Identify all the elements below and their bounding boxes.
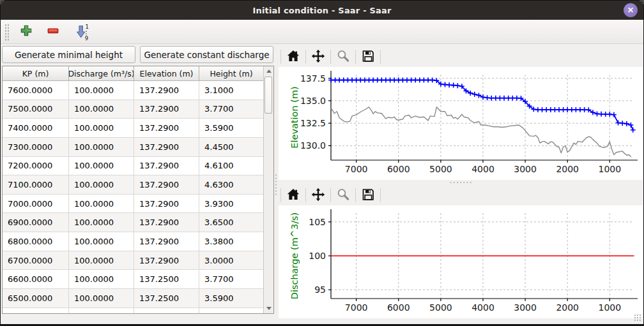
table-cell[interactable]: 3.5900 <box>199 289 263 307</box>
y-tick-label: 130.0 <box>300 140 326 151</box>
table-cell[interactable]: 137.2900 <box>134 81 199 100</box>
table-cell[interactable]: 3.9300 <box>199 195 263 213</box>
table-row[interactable]: 7200.0000100.0000137.29004.6100 <box>3 157 263 176</box>
table-cell[interactable]: 100.0000 <box>69 138 134 156</box>
add-row-button[interactable] <box>18 22 34 41</box>
table-scrollbar[interactable] <box>263 66 273 313</box>
zoom-rect-button[interactable] <box>333 48 353 66</box>
table-cell[interactable]: 4.4500 <box>199 138 263 156</box>
series-bed-elevation <box>331 107 631 157</box>
table-cell[interactable] <box>134 308 199 313</box>
charts-splitter[interactable] <box>279 180 643 185</box>
table-cell[interactable]: 6500.0000 <box>3 289 69 307</box>
save-button[interactable] <box>358 186 378 204</box>
scrollbar-down-button[interactable] <box>264 304 273 313</box>
table-cell[interactable]: 6800.0000 <box>3 232 69 251</box>
table-row[interactable]: 6600.0000100.0000137.25003.7700 <box>3 270 263 289</box>
table-cell[interactable]: 137.2500 <box>134 270 199 288</box>
window-resize-grip[interactable] <box>634 314 641 322</box>
sort-rows-button[interactable]: 1 9 <box>72 22 91 41</box>
titlebar[interactable]: Initial condition - Saar - Saar ✕ <box>1 1 643 20</box>
table-cell[interactable]: 6600.0000 <box>3 270 69 288</box>
save-button[interactable] <box>358 48 378 66</box>
table-cell[interactable]: 137.2900 <box>134 119 199 137</box>
table-cell[interactable]: 7500.0000 <box>3 100 69 119</box>
table-cell[interactable]: 6700.0000 <box>3 251 69 270</box>
scrollbar-thumb[interactable] <box>264 77 272 114</box>
pan-button[interactable] <box>308 186 328 204</box>
table-cell[interactable]: 6900.0000 <box>3 213 69 232</box>
table-cell[interactable]: 7600.0000 <box>3 81 69 100</box>
table-cell[interactable]: 3.7700 <box>199 270 263 288</box>
table-row[interactable]: 7300.0000100.0000137.29004.4500 <box>3 138 263 157</box>
table-row[interactable]: 7500.0000100.0000137.29003.7700 <box>3 100 263 119</box>
table-cell[interactable] <box>199 308 263 313</box>
table-cell[interactable]: 7200.0000 <box>3 157 69 175</box>
table-cell[interactable]: 3.1000 <box>199 81 263 100</box>
toolbar-drag-handle-icon[interactable] <box>4 23 9 41</box>
table-cell[interactable]: 100.0000 <box>69 100 134 119</box>
table-cell[interactable]: 137.2900 <box>134 251 199 270</box>
column-header[interactable]: KP (m) <box>3 66 69 80</box>
table-cell[interactable]: 7000.0000 <box>3 195 69 213</box>
table-row[interactable]: 7000.0000100.0000137.29003.9300 <box>3 195 263 214</box>
table-cell[interactable]: 3.6500 <box>199 213 263 232</box>
table-row-partial[interactable] <box>3 308 263 313</box>
table-cell[interactable]: 100.0000 <box>69 81 134 100</box>
column-header[interactable]: Discharge (m³/s) <box>69 66 134 80</box>
table-cell[interactable]: 4.6100 <box>199 157 263 175</box>
zoom-rect-button[interactable] <box>333 186 353 204</box>
table-cell[interactable]: 100.0000 <box>69 119 134 137</box>
table-cell[interactable]: 7100.0000 <box>3 175 69 194</box>
scrollbar-track[interactable] <box>264 76 273 304</box>
table-cell[interactable]: 3.5900 <box>199 119 263 137</box>
table-cell[interactable]: 137.2900 <box>134 175 199 194</box>
series-water-surface-elevation <box>331 80 633 130</box>
table-row[interactable]: 7100.0000100.0000137.29004.6300 <box>3 175 263 195</box>
table-cell[interactable]: 100.0000 <box>69 213 134 232</box>
table-cell[interactable]: 100.0000 <box>69 232 134 251</box>
table-row[interactable]: 7600.0000100.0000137.29003.1000 <box>3 81 263 100</box>
table-cell[interactable]: 137.2900 <box>134 232 199 251</box>
generate-minimal-height-button[interactable]: Generate minimal height <box>2 46 135 63</box>
initial-condition-table: KP (m)Discharge (m³/s)Elevation (m)Heigh… <box>2 66 274 314</box>
x-tick-label: 7000 <box>345 302 368 313</box>
home-button[interactable] <box>283 48 303 66</box>
table-row[interactable]: 6800.0000100.0000137.29003.3800 <box>3 232 263 251</box>
table-cell[interactable]: 4.6300 <box>199 175 263 194</box>
table-cell[interactable]: 137.2900 <box>134 213 199 232</box>
table-cell[interactable]: 137.2900 <box>134 100 199 119</box>
table-cell[interactable]: 137.2500 <box>134 289 199 307</box>
home-button[interactable] <box>283 186 303 204</box>
table-cell[interactable]: 137.2900 <box>134 138 199 156</box>
table-row[interactable]: 7400.0000100.0000137.29003.5900 <box>3 119 263 138</box>
table-cell[interactable]: 7300.0000 <box>3 138 69 156</box>
table-cell[interactable]: 7400.0000 <box>3 119 69 137</box>
column-header[interactable]: Elevation (m) <box>134 66 199 80</box>
scrollbar-up-button[interactable] <box>264 66 273 76</box>
close-icon: ✕ <box>627 6 634 15</box>
discharge-chart[interactable]: 700060005000400030002000100095100105Disc… <box>279 205 643 318</box>
table-cell[interactable] <box>69 308 134 313</box>
table-row[interactable]: 6500.0000100.0000137.25003.5900 <box>3 289 263 308</box>
table-cell[interactable]: 3.3800 <box>199 232 263 251</box>
close-button[interactable]: ✕ <box>624 3 638 17</box>
column-header[interactable]: Height (m) <box>199 66 263 80</box>
table-cell[interactable]: 100.0000 <box>69 289 134 307</box>
table-cell[interactable]: 100.0000 <box>69 270 134 288</box>
table-cell[interactable] <box>3 308 69 313</box>
table-cell[interactable]: 3.7700 <box>199 100 263 119</box>
table-cell[interactable]: 137.2900 <box>134 195 199 213</box>
table-cell[interactable]: 100.0000 <box>69 251 134 270</box>
table-cell[interactable]: 137.2900 <box>134 157 199 175</box>
table-row[interactable]: 6700.0000100.0000137.29003.0000 <box>3 251 263 270</box>
elevation-chart[interactable]: 7000600050004000300020001000130.0132.513… <box>279 67 643 180</box>
table-cell[interactable]: 100.0000 <box>69 175 134 194</box>
table-cell[interactable]: 3.0000 <box>199 251 263 270</box>
generate-constant-discharge-button[interactable]: Generate constant discharge <box>140 46 273 63</box>
table-cell[interactable]: 100.0000 <box>69 157 134 175</box>
table-row[interactable]: 6900.0000100.0000137.29003.6500 <box>3 213 263 232</box>
table-cell[interactable]: 100.0000 <box>69 195 134 213</box>
pan-button[interactable] <box>308 48 328 66</box>
remove-row-button[interactable] <box>45 22 61 41</box>
